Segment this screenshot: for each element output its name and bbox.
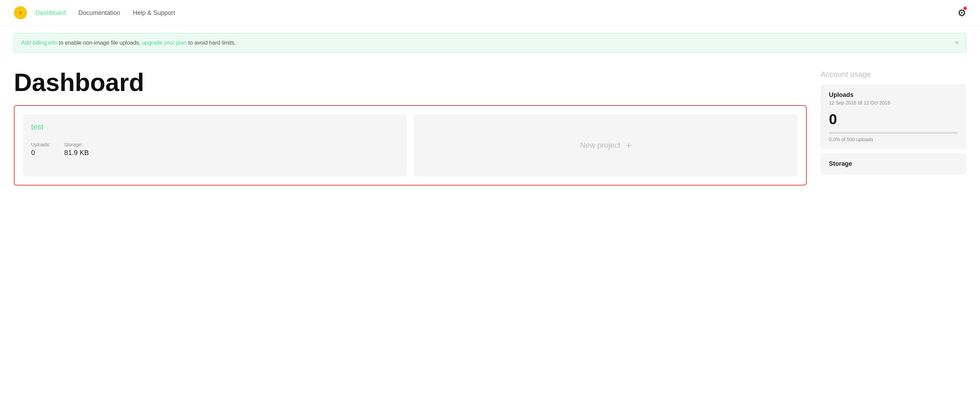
project-stats: Uploads: 0 Storage: 81.9 KB bbox=[31, 142, 399, 157]
info-banner: Add billing info to enable non-image fil… bbox=[14, 33, 966, 52]
project-name: test bbox=[31, 122, 399, 131]
uploads-value: 0 bbox=[31, 149, 50, 157]
main-content: Dashboard test Uploads: 0 Storage: 81.9 … bbox=[0, 60, 980, 196]
logo-dot bbox=[19, 11, 22, 14]
nav-dashboard[interactable]: Dashboard bbox=[35, 10, 66, 17]
storage-label: Storage: bbox=[64, 142, 89, 147]
projects-container: test Uploads: 0 Storage: 81.9 KB New pro… bbox=[14, 105, 807, 185]
nav-links: Dashboard Documentation Help & Support bbox=[35, 10, 175, 17]
left-section: Dashboard test Uploads: 0 Storage: 81.9 … bbox=[14, 70, 807, 185]
uploads-usage-card: Uploads 12 Sep 2016 till 12 Oct 2016 0 0… bbox=[821, 84, 966, 149]
add-project-icon: + bbox=[626, 140, 632, 151]
nav-documentation[interactable]: Documentation bbox=[78, 10, 120, 17]
right-sidebar: Account usage Uploads 12 Sep 2016 till 1… bbox=[821, 70, 966, 185]
page-title: Dashboard bbox=[14, 70, 807, 95]
notification-dot bbox=[963, 6, 967, 10]
uploads-label: Uploads: bbox=[31, 142, 50, 147]
uploads-card-title: Uploads bbox=[829, 91, 958, 99]
uploads-stat: Uploads: 0 bbox=[31, 142, 50, 157]
banner-text-middle: to enable non-image file uploads, bbox=[57, 40, 142, 46]
storage-stat: Storage: 81.9 KB bbox=[64, 142, 89, 157]
logo[interactable] bbox=[14, 6, 27, 19]
uploads-bar-track bbox=[829, 132, 958, 134]
settings-button[interactable]: ⚙ bbox=[958, 7, 966, 19]
nav-help-support[interactable]: Help & Support bbox=[133, 10, 175, 17]
banner-text-suffix: to avoid hard limits. bbox=[187, 40, 236, 46]
new-project-label: New project bbox=[580, 141, 620, 150]
project-card-test[interactable]: test Uploads: 0 Storage: 81.9 KB bbox=[23, 114, 407, 176]
uploads-percentage: 0.0% of 500 uploads bbox=[829, 137, 958, 142]
navbar: Dashboard Documentation Help & Support ⚙ bbox=[0, 0, 980, 26]
uploads-count: 0 bbox=[829, 111, 958, 128]
new-project-card[interactable]: New project + bbox=[414, 114, 798, 176]
uploads-date-range: 12 Sep 2016 till 12 Oct 2016 bbox=[829, 100, 958, 106]
account-usage-title: Account usage bbox=[821, 70, 966, 79]
banner-close-button[interactable]: × bbox=[955, 39, 959, 47]
upgrade-plan-link[interactable]: upgrade your plan bbox=[142, 40, 187, 46]
storage-card-title: Storage bbox=[829, 160, 958, 168]
storage-card: Storage bbox=[821, 153, 966, 174]
billing-info-link[interactable]: Add billing info bbox=[21, 40, 57, 46]
storage-value: 81.9 KB bbox=[64, 149, 89, 157]
banner-text: Add billing info to enable non-image fil… bbox=[21, 40, 236, 46]
